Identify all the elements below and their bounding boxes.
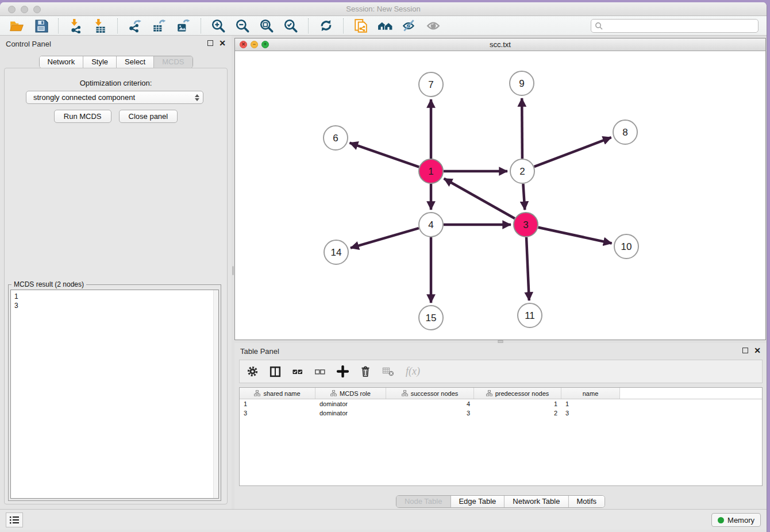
table-row[interactable]: 1 dominator 4 1 1 bbox=[240, 399, 762, 408]
zoom-out-button[interactable] bbox=[233, 17, 252, 34]
import-network-icon bbox=[68, 18, 83, 33]
memory-label: Memory bbox=[727, 516, 754, 525]
cell-predecessor-nodes: 2 bbox=[474, 410, 561, 417]
column-header-successor-nodes[interactable]: successor nodes bbox=[386, 388, 474, 399]
mcds-result-line: 1 bbox=[14, 292, 215, 301]
first-neighbors-button[interactable] bbox=[375, 17, 395, 34]
float-panel-icon[interactable] bbox=[207, 40, 213, 46]
list-icon bbox=[9, 515, 20, 525]
show-all-button[interactable] bbox=[424, 17, 443, 34]
refresh-layout-button[interactable] bbox=[316, 17, 336, 34]
export-table-icon bbox=[152, 18, 167, 33]
tab-network-table[interactable]: Network Table bbox=[505, 496, 568, 507]
table-options-button[interactable] bbox=[247, 365, 259, 377]
close-window-button[interactable] bbox=[8, 6, 16, 13]
cell-name: 3 bbox=[561, 410, 620, 417]
columns-icon bbox=[270, 366, 281, 377]
column-header-predecessor-nodes[interactable]: predecessor nodes bbox=[474, 388, 561, 399]
table-panel: Table Panel ✕ bbox=[234, 343, 767, 509]
trash-icon bbox=[360, 365, 371, 377]
graph-edge-1-6[interactable] bbox=[350, 143, 419, 167]
search-input[interactable] bbox=[591, 19, 759, 33]
close-panel-icon[interactable]: ✕ bbox=[754, 348, 761, 353]
hide-selected-button[interactable] bbox=[399, 17, 419, 34]
export-table-button[interactable] bbox=[149, 17, 169, 34]
clone-network-button[interactable] bbox=[351, 17, 371, 34]
optimization-criterion-dropdown[interactable]: strongly connected component bbox=[26, 91, 203, 104]
export-image-icon bbox=[176, 18, 191, 33]
run-mcds-button[interactable]: Run MCDS bbox=[54, 110, 111, 123]
tab-select[interactable]: Select bbox=[117, 56, 154, 68]
tab-node-table[interactable]: Node Table bbox=[396, 496, 451, 507]
zoom-window-button[interactable] bbox=[33, 6, 41, 13]
tab-network[interactable]: Network bbox=[39, 56, 83, 68]
task-history-button[interactable] bbox=[6, 512, 23, 527]
graph-edge-3-1[interactable] bbox=[444, 179, 515, 218]
search-field-wrap bbox=[591, 19, 759, 33]
apply-function-button[interactable]: f(x) bbox=[406, 365, 420, 377]
select-all-button[interactable] bbox=[292, 366, 303, 377]
app-title: Session: New Session bbox=[0, 2, 767, 16]
header-filler bbox=[620, 388, 762, 399]
control-panel-title: Control Panel bbox=[6, 40, 51, 48]
network-canvas[interactable]: 7968124314101511 bbox=[235, 51, 765, 340]
tab-mcds[interactable]: MCDS bbox=[154, 56, 192, 68]
delete-table-button[interactable] bbox=[382, 367, 395, 377]
export-image-button[interactable] bbox=[174, 17, 193, 34]
column-view-button[interactable] bbox=[270, 366, 281, 377]
table-toolbar: f(x) bbox=[239, 360, 763, 383]
graph-edge-2-3[interactable] bbox=[523, 184, 525, 210]
cell-shared-name: 3 bbox=[240, 410, 315, 417]
tab-style[interactable]: Style bbox=[83, 56, 117, 68]
save-session-button[interactable] bbox=[31, 17, 51, 34]
cell-mcds-role: dominator bbox=[315, 400, 386, 407]
zoom-fit-icon bbox=[259, 18, 274, 33]
deselect-all-button[interactable] bbox=[314, 366, 326, 377]
zoom-fit-button[interactable] bbox=[257, 17, 276, 34]
clone-network-icon bbox=[353, 18, 368, 33]
app-titlebar: Session: New Session bbox=[0, 2, 767, 16]
delete-table-icon bbox=[382, 367, 395, 377]
close-panel-icon[interactable]: ✕ bbox=[219, 40, 226, 46]
network-minimize-button[interactable]: − bbox=[251, 41, 258, 48]
import-network-button[interactable] bbox=[66, 17, 86, 34]
export-network-button[interactable] bbox=[125, 17, 145, 34]
column-header-name[interactable]: name bbox=[561, 388, 620, 399]
tab-motifs[interactable]: Motifs bbox=[568, 496, 605, 507]
import-table-button[interactable] bbox=[90, 17, 110, 34]
control-panel: Control Panel ✕ Network Style Select MCD… bbox=[0, 36, 232, 509]
open-session-button[interactable] bbox=[7, 17, 26, 34]
float-panel-icon[interactable] bbox=[742, 348, 748, 353]
cell-successor-nodes: 4 bbox=[386, 400, 474, 407]
mcds-result-textarea[interactable]: 1 3 bbox=[10, 290, 219, 499]
toolbar-separator bbox=[343, 18, 344, 33]
delete-column-button[interactable] bbox=[360, 365, 371, 377]
graph-edge-3-11[interactable] bbox=[526, 237, 529, 300]
graph-node-label: 6 bbox=[333, 133, 338, 144]
table-panel-title: Table Panel bbox=[240, 347, 279, 356]
table-row[interactable]: 3 dominator 3 2 3 bbox=[240, 408, 762, 418]
column-header-shared-name[interactable]: shared name bbox=[240, 388, 315, 399]
desktop-background: Session: New Session bbox=[0, 0, 770, 532]
houses-icon bbox=[378, 18, 393, 33]
close-panel-button[interactable]: Close panel bbox=[119, 110, 178, 123]
app-window-controls bbox=[8, 6, 41, 13]
column-header-mcds-role[interactable]: MCDS role bbox=[315, 388, 386, 399]
mcds-result-group: MCDS result (2 nodes) 1 3 bbox=[8, 284, 221, 501]
graph-edge-3-10[interactable] bbox=[538, 228, 612, 244]
graph-edge-2-9[interactable] bbox=[522, 98, 522, 159]
zoom-selected-button[interactable] bbox=[281, 17, 301, 34]
plus-icon bbox=[337, 365, 349, 377]
network-maximize-button[interactable]: + bbox=[261, 41, 269, 48]
tab-edge-table[interactable]: Edge Table bbox=[451, 496, 505, 507]
hierarchy-sort-icon bbox=[486, 390, 492, 396]
graph-edge-4-14[interactable] bbox=[351, 228, 419, 248]
cell-shared-name: 1 bbox=[240, 400, 315, 407]
zoom-in-button[interactable] bbox=[209, 17, 228, 34]
network-close-button[interactable]: ✕ bbox=[240, 41, 247, 48]
graph-edge-2-8[interactable] bbox=[534, 137, 611, 167]
empty-boxes-icon bbox=[314, 366, 326, 377]
add-column-button[interactable] bbox=[337, 365, 349, 377]
minimize-window-button[interactable] bbox=[21, 6, 28, 13]
memory-button[interactable]: Memory bbox=[711, 513, 761, 527]
